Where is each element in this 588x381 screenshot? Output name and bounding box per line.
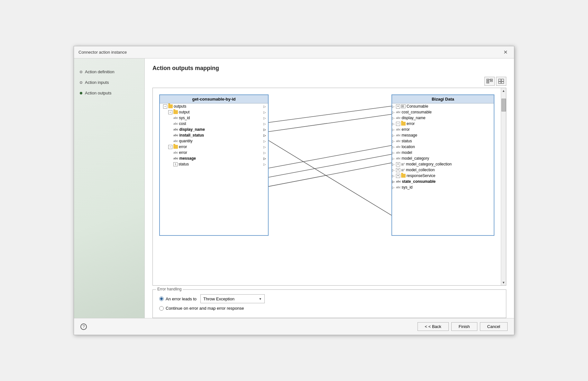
- sidebar-item-action-definition[interactable]: Action definition: [79, 68, 139, 75]
- dialog-body: Action definition Action inputs Action o…: [74, 58, 514, 318]
- rp-item-responseService[interactable]: ▷ + responseService: [392, 173, 494, 179]
- close-button[interactable]: ✕: [501, 49, 510, 56]
- rp-item-cost_consumable[interactable]: ▷ abc cost_consumable: [392, 109, 494, 115]
- throw-exception-dropdown[interactable]: Throw Exception ▼: [200, 294, 265, 303]
- toolbar-btn-1[interactable]: [484, 77, 495, 86]
- rp-arrow-location: ▷: [392, 145, 395, 149]
- expand-icon-error-left[interactable]: −: [168, 145, 172, 149]
- svg-rect-9: [499, 82, 501, 84]
- radio-btn-2[interactable]: [159, 306, 164, 311]
- radio-label-2[interactable]: Continue on error and map error response: [159, 306, 244, 311]
- tree-label-error-left: error: [179, 145, 187, 149]
- rp-item-sys_id-rp[interactable]: ▷ abc sys_id: [392, 184, 494, 190]
- sidebar: Action definition Action inputs Action o…: [74, 58, 145, 318]
- radio-label-1[interactable]: An error leads to: [159, 297, 197, 301]
- tree-item-message-left[interactable]: abc message ▷: [160, 155, 268, 161]
- cancel-button[interactable]: Cancel: [480, 322, 508, 331]
- svg-rect-10: [501, 82, 504, 84]
- rp-expand-consumable[interactable]: +: [396, 104, 400, 109]
- tree-item-error-sub[interactable]: abc error ▷: [160, 150, 268, 155]
- help-icon[interactable]: ?: [80, 323, 87, 330]
- rp-item-message-rp[interactable]: ▷ abc message: [392, 132, 494, 138]
- rp-item-error-rp[interactable]: ▷ − error: [392, 121, 494, 127]
- tree-label-quantity: quantity: [179, 139, 193, 143]
- rp-label-model: model: [402, 150, 412, 155]
- arrow-install_status: ▷: [263, 134, 266, 137]
- rp-arrow-message-rp: ▷: [392, 134, 395, 137]
- arrow-quantity: ▷: [263, 139, 266, 143]
- svg-rect-1: [487, 81, 489, 82]
- rp-arrow-state_consumable: ▷: [392, 180, 395, 183]
- error-handling-legend: Error handling: [156, 287, 183, 291]
- tree-item-install_status[interactable]: abc install_status ▷: [160, 132, 268, 138]
- rp-item-location[interactable]: ▷ abc location: [392, 144, 494, 150]
- rp-label-consumable: Consumable: [407, 104, 428, 109]
- page-title: Action outputs mapping: [152, 65, 506, 72]
- expand-icon-output[interactable]: −: [168, 110, 172, 114]
- rp-item-error-sub-rp[interactable]: ▷ abc error: [392, 127, 494, 132]
- radio-btn-1[interactable]: [159, 297, 164, 301]
- rp-label-cost_consumable: cost_consumable: [402, 110, 432, 114]
- rp-abc-location: abc: [396, 145, 401, 148]
- mapping-inner: get-consumable-by-id − outputs ▷ −: [153, 88, 501, 242]
- right-panel-header: Bizagi Data: [392, 95, 494, 103]
- rp-expand-error-rp[interactable]: −: [396, 122, 400, 126]
- sidebar-dot-3: [80, 92, 82, 94]
- finish-button[interactable]: Finish: [451, 322, 477, 331]
- rp-item-model_category_collection[interactable]: ▷ + ⊞° model_category_collection: [392, 161, 494, 167]
- rp-item-model[interactable]: ▷ abc model: [392, 150, 494, 155]
- arrow-outputs: ▷: [263, 105, 266, 108]
- scrollbar-thumb[interactable]: [501, 99, 506, 111]
- rp-item-consumable[interactable]: ▷ + Consumable: [392, 103, 494, 109]
- rp-item-model_category[interactable]: ▷ abc model_category: [392, 155, 494, 161]
- rp-arrow-error-sub-rp: ▷: [392, 128, 395, 131]
- scrollbar-right[interactable]: ▲ ▼: [501, 88, 506, 285]
- error-handling: Error handling An error leads to Throw E…: [152, 289, 506, 318]
- abc-icon-cost: abc: [173, 122, 178, 125]
- scroll-down-arrow[interactable]: ▼: [501, 280, 506, 285]
- sidebar-label-2: Action inputs: [85, 80, 109, 85]
- rp-item-state_consumable[interactable]: ▷ abc state_consumable: [392, 179, 494, 184]
- rp-expand-model_collection[interactable]: +: [396, 168, 400, 172]
- tree-item-display_name[interactable]: abc display_name ▷: [160, 127, 268, 132]
- sidebar-label-3: Action outputs: [85, 91, 111, 95]
- tree-item-status-left[interactable]: 1 status ▷: [160, 161, 268, 167]
- tree-item-outputs[interactable]: − outputs ▷: [160, 103, 268, 109]
- rp-label-error-sub-rp: error: [402, 127, 410, 132]
- sidebar-dot-2: [80, 81, 82, 84]
- rp-item-model_collection[interactable]: ▷ + ⊞° model_collection: [392, 167, 494, 173]
- collection-icon-2: ⊞°: [401, 168, 405, 172]
- rp-table-icon-consumable: [401, 104, 406, 108]
- back-button[interactable]: < < Back: [418, 322, 449, 331]
- rp-expand-model_category_collection[interactable]: +: [396, 162, 400, 166]
- sidebar-item-action-inputs[interactable]: Action inputs: [79, 79, 139, 86]
- toolbar-btn-2[interactable]: [496, 77, 506, 86]
- tree-item-error-left[interactable]: − error ▷: [160, 144, 268, 150]
- svg-connectors: [269, 88, 391, 242]
- dialog-title: Connector action instance: [78, 50, 127, 55]
- tree-label-outputs: outputs: [174, 104, 186, 109]
- arrow-error-sub: ▷: [263, 151, 266, 155]
- rp-item-status-rp[interactable]: ▷ abc status: [392, 138, 494, 144]
- rp-arrow-consumable: ▷: [392, 105, 395, 108]
- rp-folder-responseService: [401, 174, 406, 178]
- sidebar-item-action-outputs[interactable]: Action outputs: [79, 89, 139, 97]
- abc-icon-error-sub: abc: [173, 151, 178, 154]
- tree-item-output[interactable]: − output ▷: [160, 109, 268, 115]
- footer: ? < < Back Finish Cancel: [74, 318, 514, 335]
- footer-left: ?: [80, 323, 87, 330]
- rp-item-display_name[interactable]: ▷ abc display_name: [392, 115, 494, 121]
- expand-icon-outputs[interactable]: −: [163, 104, 167, 109]
- left-panel: get-consumable-by-id − outputs ▷ −: [159, 94, 269, 236]
- tree-item-quantity[interactable]: abc quantity ▷: [160, 138, 268, 144]
- tree-item-sys_id[interactable]: abc sys_id ▷: [160, 115, 268, 121]
- rp-expand-responseService[interactable]: +: [396, 174, 400, 178]
- rp-arrow-status-rp: ▷: [392, 139, 395, 143]
- tree-label-sys_id: sys_id: [179, 116, 190, 120]
- tree-item-cost[interactable]: abc cost ▷: [160, 121, 268, 127]
- rp-arrow-error-rp: ▷: [392, 122, 395, 126]
- mapping-scroll[interactable]: get-consumable-by-id − outputs ▷ −: [153, 88, 501, 285]
- rp-arrow-model_category: ▷: [392, 157, 395, 160]
- tree-label-display_name: display_name: [179, 127, 205, 132]
- scroll-up-arrow[interactable]: ▲: [501, 88, 506, 93]
